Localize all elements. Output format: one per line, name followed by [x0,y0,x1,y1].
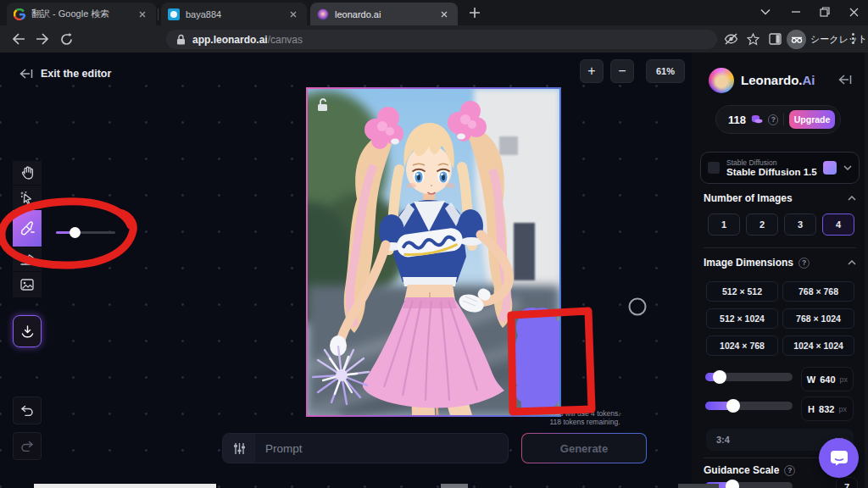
dimension-option-1024x768[interactable]: 1024 × 768 [706,336,778,356]
brush-size-slider-thumb[interactable] [70,227,81,238]
num-images-option-1[interactable]: 1 [708,214,740,236]
chat-icon [830,450,849,466]
coins-icon [751,114,763,125]
leonardo-avatar [709,68,734,93]
new-tab-button[interactable] [468,6,481,19]
taskbar-sliver-gray [441,484,468,488]
token-note-line1: This will use 4 tokens. [514,409,656,418]
dimension-option-512x512[interactable]: 512 × 512 [706,281,778,302]
redo-button[interactable] [13,432,42,460]
chevron-down-icon [843,165,852,170]
height-slider-thumb[interactable] [726,399,740,413]
generated-image-cheerleader [308,89,559,415]
plus-icon [468,6,481,19]
dimension-option-1024x1024[interactable]: 1024 × 1024 [782,336,854,356]
eye-off-icon [724,33,738,45]
generate-button[interactable]: Generate [522,434,646,463]
redo-icon [20,441,34,452]
pan-tool-button[interactable] [13,161,42,186]
token-note-line2: 118 tokens remaining. [514,418,656,426]
model-text: Stable Diffusion Stable Diffusion 1.5 [726,158,816,177]
dimension-option-768x768[interactable]: 768 × 768 [782,281,854,302]
model-selector[interactable]: Stable Diffusion Stable Diffusion 1.5 [700,152,860,184]
dimension-option-512x1024[interactable]: 512 × 1024 [706,308,778,329]
image-icon [20,279,34,291]
window-minimize-button[interactable] [782,0,810,24]
guidance-value-box[interactable]: 7 [836,477,858,488]
window-restore-button[interactable] [810,0,839,24]
forward-button[interactable] [34,30,51,47]
chevron-down-icon [760,8,771,15]
tab-title: 翻訳 - Google 検索 [31,8,136,20]
leonardo-favicon [317,8,329,20]
exit-arrow-icon [19,69,33,79]
prompt-settings-button[interactable] [223,434,255,463]
num-images-option-2[interactable]: 2 [746,214,778,236]
incognito-badge[interactable]: シークレット [787,29,867,50]
canvas-image[interactable] [308,89,559,415]
tab-close-icon[interactable] [136,8,149,21]
dimension-option-768x1024[interactable]: 768 × 1024 [782,308,854,329]
upgrade-button[interactable]: Upgrade [789,110,835,129]
cursor-sparkle-icon [20,191,34,204]
window-close-button[interactable] [839,0,868,24]
bookmark-star-button[interactable] [744,30,761,47]
generate-button-border: Generate [521,433,647,463]
token-balance-pill: 118 ? Upgrade [715,105,841,134]
num-images-option-4-selected[interactable]: 4 [822,214,854,236]
exit-editor-button[interactable]: Exit the editor [19,68,111,80]
close-icon [849,8,859,17]
browser-tab-leonardo[interactable]: leonardo.ai [310,3,458,25]
browser-tab-google[interactable]: 翻訳 - Google 検索 [7,3,156,25]
browser-menu-button[interactable] [851,31,854,46]
prompt-bar[interactable] [222,433,509,463]
taskbar-sliver-white [34,484,216,488]
dimensions-help-icon[interactable]: ? [798,258,810,269]
select-tool-button[interactable] [13,186,42,210]
prompt-input[interactable] [255,442,508,455]
zoom-level-indicator: 61% [646,59,685,83]
tab-close-icon[interactable] [437,8,451,21]
zoom-in-button[interactable]: + [580,59,604,83]
num-images-option-3[interactable]: 3 [784,214,816,236]
brush-icon [20,221,35,236]
download-tool-button[interactable] [13,315,42,347]
token-help-icon[interactable]: ? [768,114,778,125]
sidebar-scrollbar[interactable] [865,53,868,488]
reload-button[interactable] [58,30,75,47]
url-path: /canvas [268,34,303,46]
back-button[interactable] [10,30,27,47]
taskbar-sliver-dark [678,484,719,488]
undo-button[interactable] [13,396,42,424]
chat-support-button[interactable] [819,438,859,478]
pill-divider [783,114,784,125]
window-menu-chevron[interactable] [751,0,780,24]
chevron-up-icon[interactable] [848,196,856,201]
collapse-sidebar-button[interactable] [837,75,852,85]
side-panel-button[interactable] [766,30,783,47]
height-value-box[interactable]: H 832 px [801,396,854,421]
guidance-help-icon[interactable]: ? [784,465,795,476]
guidance-slider-thumb[interactable] [726,480,739,488]
model-thumbnail [708,162,720,174]
brush-tool-button-active[interactable] [13,210,42,247]
eraser-tool-button[interactable] [13,247,42,272]
model-note-icon [823,161,837,175]
width-slider-thumb[interactable] [713,370,726,384]
google-favicon [14,8,25,20]
tab-close-icon[interactable] [287,8,300,21]
zoom-out-button[interactable]: − [610,59,634,83]
address-bar[interactable]: app.leonardo.ai/canvas [166,30,717,49]
width-value-box[interactable]: W 640 px [801,367,854,391]
url-domain: app.leonardo.ai [192,34,268,46]
arrow-left-icon [12,33,25,45]
image-tool-button[interactable] [13,272,42,298]
eye-off-button[interactable] [722,30,739,47]
unlock-icon[interactable] [316,97,329,112]
number-of-images-header: Number of Images [704,192,856,204]
chevron-up-icon[interactable] [848,260,856,265]
lock-icon [176,34,186,45]
browser-tab-baya884[interactable]: baya884 [161,3,307,25]
arrow-right-icon [36,33,49,45]
side-panel-icon [769,33,782,45]
